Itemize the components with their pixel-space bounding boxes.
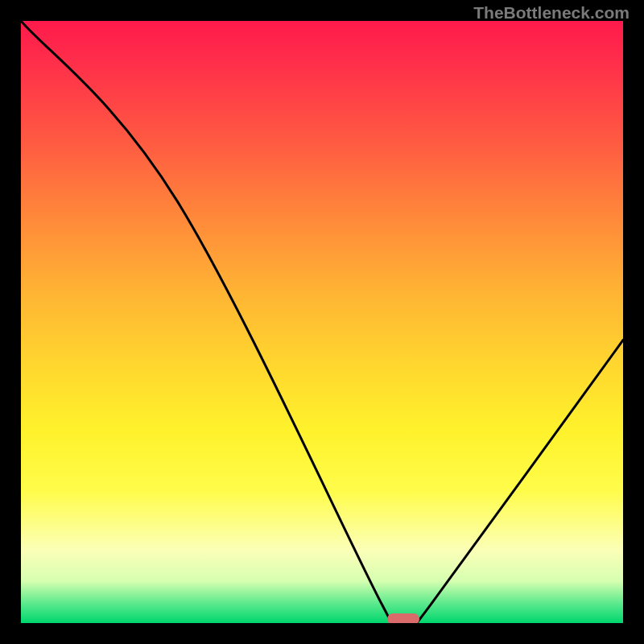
curve-path bbox=[21, 21, 623, 623]
watermark-text: TheBottleneck.com bbox=[473, 3, 630, 23]
bottleneck-curve bbox=[21, 21, 623, 623]
plot-area bbox=[21, 21, 623, 623]
chart-frame: TheBottleneck.com bbox=[0, 0, 644, 644]
optimal-marker bbox=[387, 613, 419, 623]
